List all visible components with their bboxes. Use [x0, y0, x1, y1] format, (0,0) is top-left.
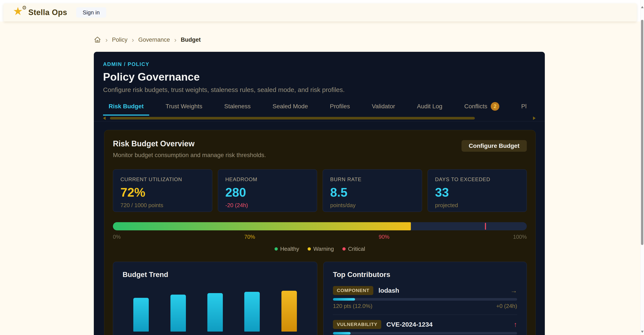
scroll-up-arrow-icon[interactable] [641, 6, 644, 8]
trend-bar [282, 291, 297, 331]
contributor-item[interactable]: VULNERABILITY CVE-2024-1234 ↑ 95 pts (9.… [333, 320, 517, 335]
star-mascot-icon: ★ [13, 5, 23, 17]
sign-in-button[interactable]: Sign in [76, 7, 106, 18]
budget-trend-chart [122, 286, 308, 331]
scroll-right-arrow-icon[interactable] [533, 117, 536, 120]
trend-bar [133, 298, 149, 331]
contributor-bar [333, 298, 517, 301]
type-badge: COMPONENT [333, 286, 373, 295]
tab-validator[interactable]: Validator [366, 102, 400, 116]
threshold-100: 100% [513, 234, 527, 240]
tab-bar: Risk Budget Trust Weights Staleness Seal… [103, 102, 536, 116]
status-legend: Healthy Warning Critical [113, 246, 527, 252]
chevron-right-icon: › [106, 37, 108, 43]
page-subtitle: Configure risk budgets, trust weights, s… [103, 86, 536, 94]
trend-flat-arrow-icon[interactable]: → [510, 287, 517, 295]
trend-bar [207, 293, 223, 331]
home-icon[interactable] [94, 36, 101, 43]
breadcrumb-governance[interactable]: Governance [138, 37, 170, 43]
app-logo[interactable]: ⚙ ★ [13, 7, 25, 19]
tabs-divider [94, 121, 545, 121]
hscrollbar-thumb[interactable] [110, 117, 475, 120]
breadcrumb-policy[interactable]: Policy [112, 37, 128, 43]
contributor-delta: +0 (24h) [496, 303, 517, 309]
top-contributors-title: Top Contributors [333, 270, 517, 279]
threshold-90: 90% [379, 234, 390, 240]
contributor-item[interactable]: COMPONENT lodash → 120 pts (12.0%) +0 (2… [333, 286, 517, 309]
budget-trend-title: Budget Trend [122, 270, 308, 279]
breadcrumb-budget: Budget [181, 37, 201, 43]
scroll-left-arrow-icon[interactable] [103, 117, 106, 120]
tab-profiles[interactable]: Profiles [324, 102, 356, 116]
overview-title: Risk Budget Overview [113, 139, 266, 148]
vertical-scrollbar[interactable] [640, 0, 644, 335]
configure-budget-button[interactable]: Configure Budget [462, 140, 527, 152]
contributor-name: lodash [378, 287, 399, 294]
tabs-horizontal-scrollbar[interactable] [103, 117, 536, 120]
conflicts-count-badge: 2 [491, 102, 499, 111]
tab-clipped[interactable]: Pl [516, 102, 532, 116]
budget-trend-card: Budget Trend 12/1 12/8 12/15 1 [113, 262, 317, 335]
vscrollbar-thumb[interactable] [641, 20, 643, 245]
warning-dot-icon [308, 247, 311, 250]
tab-conflicts[interactable]: Conflicts 2 [459, 102, 505, 116]
utilization-progress-section: 0% 70% 90% 100% Healthy Warning [113, 222, 527, 252]
tab-staleness[interactable]: Staleness [219, 102, 256, 116]
risk-budget-overview-card: Risk Budget Overview Monitor budget cons… [104, 130, 536, 335]
contributor-bar [333, 332, 517, 334]
breadcrumb: › Policy › Governance › Budget [94, 34, 201, 45]
divider [333, 314, 517, 315]
threshold-70: 70% [244, 234, 255, 240]
section-eyebrow: ADMIN / POLICY [103, 61, 536, 67]
top-contributors-card: Top Contributors COMPONENT lodash → [323, 262, 527, 335]
utilization-progress-fill [113, 222, 411, 230]
stat-headroom: HEADROOM 280 -20 (24h) [218, 169, 317, 212]
stat-card-row: CURRENT UTILIZATION 72% 720 / 1000 point… [113, 169, 527, 212]
threshold-labels: 0% 70% 90% 100% [113, 234, 527, 240]
threshold-0: 0% [113, 234, 121, 240]
stat-burn-rate: BURN RATE 8.5 points/day [323, 169, 422, 212]
topbar: ⚙ ★ Stella Ops Sign in [4, 4, 637, 22]
stat-days-to-exceeded: DAYS TO EXCEEDED 33 projected [428, 169, 527, 212]
tab-audit-log[interactable]: Audit Log [411, 102, 448, 116]
chevron-right-icon: › [174, 37, 176, 43]
trend-bar [170, 295, 186, 331]
utilization-progress-bar [113, 222, 527, 230]
scroll-down-arrow-icon[interactable] [641, 331, 644, 333]
legend-healthy: Healthy [274, 246, 299, 252]
trend-bar [244, 292, 260, 331]
hscrollbar-track[interactable] [107, 117, 531, 120]
policy-governance-panel: ADMIN / POLICY Policy Governance Configu… [94, 52, 545, 335]
tab-sealed-mode[interactable]: Sealed Mode [267, 102, 314, 116]
contributor-name: CVE-2024-1234 [386, 321, 432, 328]
tab-risk-budget[interactable]: Risk Budget [103, 102, 149, 116]
legend-warning: Warning [308, 246, 334, 252]
tab-trust-weights[interactable]: Trust Weights [160, 102, 208, 116]
contributor-points: 120 pts (12.0%) [333, 303, 372, 309]
overview-subtitle: Monitor budget consumption and manage ri… [113, 152, 266, 159]
viewport: ⚙ ★ Stella Ops Sign in › Policy › Govern… [0, 0, 644, 335]
chevron-right-icon: › [132, 37, 134, 43]
stat-current-utilization: CURRENT UTILIZATION 72% 720 / 1000 point… [113, 169, 212, 212]
legend-critical: Critical [342, 246, 365, 252]
critical-threshold-marker [485, 223, 486, 230]
app-title: Stella Ops [28, 8, 67, 17]
type-badge: VULNERABILITY [333, 320, 381, 329]
healthy-dot-icon [274, 247, 278, 250]
page-title: Policy Governance [103, 71, 536, 83]
trend-up-arrow-icon[interactable]: ↑ [514, 320, 517, 328]
critical-dot-icon [342, 247, 346, 250]
